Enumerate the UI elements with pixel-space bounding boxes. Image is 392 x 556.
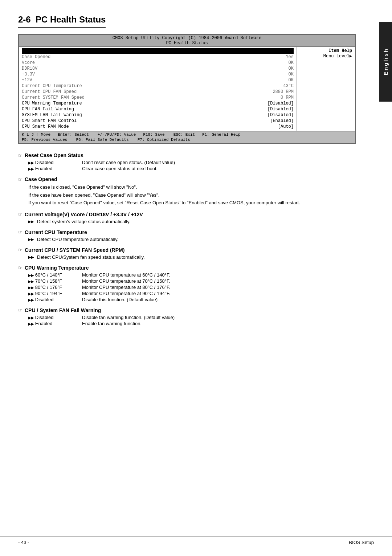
desc-item-text: Monitor CPU temperature at 90°C / 194°F. — [82, 291, 170, 296]
bios-row: Current CPU FAN Speed2880 RPM — [22, 89, 294, 95]
footer-f6: F6: Fail-Safe Defaults — [76, 138, 128, 142]
bios-row-label: Vcore — [22, 60, 35, 65]
desc-item-label: 90°C / 194°F — [28, 291, 79, 296]
bios-row-value: OK — [289, 66, 294, 71]
footer-f7: F7: Optimized Defaults — [138, 138, 190, 142]
bios-row: +12VOK — [22, 77, 294, 83]
section-heading: PC Health Status — [36, 15, 106, 24]
section-title: 2-6 PC Health Status — [18, 15, 106, 28]
footer-move: K L J ↑ Move Enter: Select — [22, 132, 89, 137]
bios-row-label: Current SYSTEM FAN Speed — [22, 95, 85, 100]
desc-item-label — [28, 237, 34, 242]
desc-item: Detect CPU/System fan speed status autom… — [28, 254, 356, 260]
desc-para: If the case have been opened, "Case Open… — [28, 192, 356, 199]
bios-row-label: CPU Smart FAN Mode — [22, 124, 69, 129]
bios-row: Reset Case Open Status[Disabled] — [22, 48, 294, 54]
menu-level: Menu Level▶ — [300, 53, 352, 59]
bios-row: DDR18VOK — [22, 66, 294, 71]
bios-row-label: Current CPU FAN Speed — [22, 89, 77, 94]
bios-row-label: DDR18V — [22, 66, 37, 71]
bios-row-value: 43°C — [283, 83, 294, 89]
desc-item-label: 60°C / 140°F — [28, 272, 79, 278]
bios-row: Current SYSTEM FAN Speed0 RPM — [22, 95, 294, 101]
bios-footer-row1: K L J ↑ Move Enter: Select +/-/PU/PD: Va… — [22, 132, 352, 137]
page-footer: - 43 - BIOS Setup — [0, 536, 392, 545]
bios-row: SYSTEM FAN Fail Warning[Disabled] — [22, 112, 294, 118]
desc-heading-cpu-temp: Current CPU Temperature — [18, 229, 356, 235]
bios-screen-title: PC Health Status — [19, 41, 355, 46]
bios-header: CMOS Setup Utility-Copyright (C) 1984-20… — [19, 35, 355, 47]
desc-section-voltage: Current Voltage(V) Vcore / DDR18V / +3.3… — [18, 212, 356, 224]
bios-row: +3.3VOK — [22, 71, 294, 77]
desc-item-label — [28, 254, 34, 259]
descriptions: Reset Case Open StatusDisabledDon't rese… — [18, 152, 356, 326]
bios-row-value: Yes — [286, 54, 294, 60]
bios-footer-row2: F5: Previous Values F6: Fail-Safe Defaul… — [22, 138, 352, 142]
bios-row-value: [Disabled] — [268, 113, 294, 118]
bios-settings-list: Reset Case Open Status[Disabled]Case Ope… — [19, 47, 297, 131]
desc-item: 90°C / 194°FMonitor CPU temperature at 9… — [28, 291, 356, 296]
desc-item-text: Detect CPU temperature automatically. — [37, 237, 118, 242]
desc-heading-fan-speed: Current CPU / SYSTEM FAN Speed (RPM) — [18, 247, 356, 253]
bios-row-value: [Disabled] — [268, 107, 294, 112]
bios-row: Current CPU Temperature43°C — [22, 83, 294, 89]
bios-row: CPU Smart FAN Mode[Auto] — [22, 124, 294, 130]
desc-item-text: Disable this function. (Default value) — [82, 297, 158, 302]
bios-row-label: +3.3V — [22, 72, 35, 77]
bios-row-label: CPU Smart FAN Control — [22, 118, 77, 123]
english-sidebar: English — [379, 22, 392, 102]
desc-heading-cpu-warning-temp: CPU Warning Temperature — [18, 265, 356, 271]
desc-item: DisabledDisable fan warning function. (D… — [28, 315, 356, 320]
desc-item-text: Clear case open status at next boot. — [82, 166, 158, 171]
bios-body: Reset Case Open Status[Disabled]Case Ope… — [19, 47, 355, 131]
desc-item: 60°C / 140°FMonitor CPU temperature at 6… — [28, 272, 356, 278]
bios-row-value: [Disabled] — [268, 101, 294, 106]
bios-row-label: SYSTEM FAN Fail Warning — [22, 113, 82, 118]
desc-item-label: 80°C / 176°F — [28, 285, 79, 290]
desc-section-reset-case: Reset Case Open StatusDisabledDon't rese… — [18, 152, 356, 171]
desc-heading-case-opened: Case Opened — [18, 176, 356, 182]
bios-row-value: OK — [289, 78, 294, 83]
desc-item-text: Enable fan warning function. — [82, 321, 142, 326]
desc-item: DisabledDisable this function. (Default … — [28, 297, 356, 302]
bios-row-label: CPU Warning Temperature — [22, 101, 82, 106]
bios-row-value: [Auto] — [278, 124, 294, 129]
bios-row-label: Reset Case Open Status — [22, 49, 79, 54]
desc-section-case-opened: Case OpenedIf the case is closed, "Case … — [18, 176, 356, 207]
bios-setup-label: BIOS Setup — [349, 540, 374, 545]
bios-row: CPU Smart FAN Control[Enabled] — [22, 118, 294, 124]
desc-item-text: Monitor CPU temperature at 60°C / 140°F. — [82, 272, 170, 278]
desc-item: Detect system's voltage status automatic… — [28, 219, 356, 224]
bios-row-value: 2880 RPM — [273, 89, 294, 94]
desc-section-cpu-warning-temp: CPU Warning Temperature60°C / 140°FMonit… — [18, 265, 356, 302]
bios-row-value: OK — [289, 60, 294, 65]
bios-footer: K L J ↑ Move Enter: Select +/-/PU/PD: Va… — [19, 131, 355, 143]
section-num: 2-6 — [18, 15, 31, 24]
main-content: 2-6 PC Health Status CMOS Setup Utility-… — [0, 0, 377, 346]
desc-item-text: Don't reset case open status. (Default v… — [82, 160, 175, 165]
english-label: English — [383, 48, 389, 75]
desc-section-fan-fail-warning: CPU / System FAN Fail WarningDisabledDis… — [18, 307, 356, 326]
desc-item-text: Monitor CPU temperature at 70°C / 158°F. — [82, 278, 170, 284]
desc-item-label: Enabled — [28, 321, 79, 326]
desc-section-fan-speed: Current CPU / SYSTEM FAN Speed (RPM)Dete… — [18, 247, 356, 260]
desc-para: If the case is closed, "Case Opened" wil… — [28, 184, 356, 191]
footer-f5: F5: Previous Values — [22, 138, 67, 142]
desc-section-cpu-temp: Current CPU TemperatureDetect CPU temper… — [18, 229, 356, 242]
bios-screen: CMOS Setup Utility-Copyright (C) 1984-20… — [18, 34, 356, 144]
page-number: - 43 - — [18, 540, 29, 545]
bios-row: VcoreOK — [22, 60, 294, 66]
bios-row-value: [Enabled] — [270, 118, 294, 123]
bios-row: CPU Warning Temperature[Disabled] — [22, 101, 294, 106]
desc-item: 70°C / 158°FMonitor CPU temperature at 7… — [28, 278, 356, 284]
desc-item: EnabledEnable fan warning function. — [28, 321, 356, 326]
bios-item-help: Item Help Menu Level▶ — [297, 47, 355, 131]
desc-item-label: Enabled — [28, 166, 79, 171]
desc-item-text: Disable fan warning function. (Default v… — [82, 315, 175, 320]
desc-heading-fan-fail-warning: CPU / System FAN Fail Warning — [18, 307, 356, 313]
bios-row-label: Case Opened — [22, 54, 50, 60]
bios-row-label: CPU FAN Fail Warning — [22, 107, 74, 112]
desc-item-label: Disabled — [28, 297, 79, 302]
desc-item-label — [28, 219, 34, 224]
bios-row-label: +12V — [22, 78, 32, 83]
